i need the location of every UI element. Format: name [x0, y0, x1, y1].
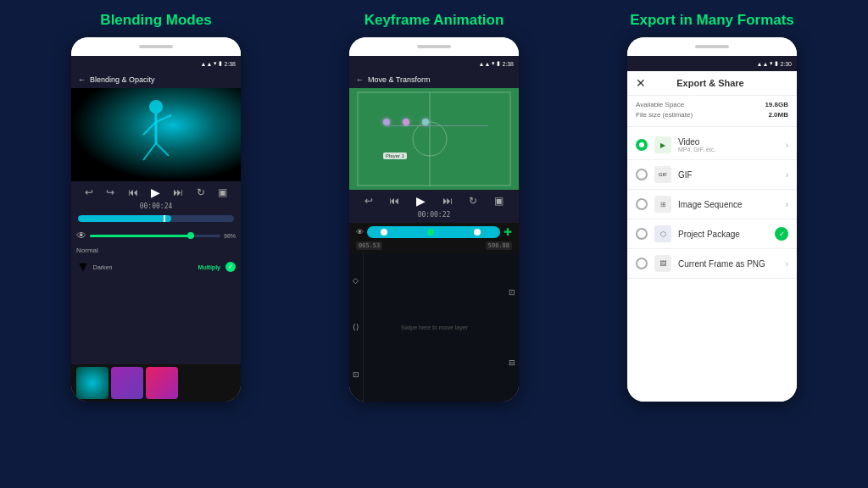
export-option-image-seq[interactable]: ⊞ Image Sequence ›: [627, 190, 797, 219]
kf-right-btn-2[interactable]: ⊟: [509, 358, 515, 367]
gif-format-name: GIF: [678, 170, 693, 180]
radio-frame-png[interactable]: [636, 258, 648, 269]
kf-marker-left: [381, 229, 387, 236]
radio-image-seq[interactable]: [636, 198, 648, 210]
kf-dot-2: [403, 119, 409, 125]
timecode-display: 00:00:24: [78, 202, 234, 210]
thumbnail-3[interactable]: [146, 367, 178, 399]
export-phone: ▲▲ ▾ ▮ 2:30 ✕ Export & Share Available S…: [627, 37, 797, 402]
phone-top-bar-1: [71, 37, 241, 56]
dancer-bg: [71, 88, 241, 181]
keyframe-playback-controls: ↩ ⏮ ▶ ⏭ ↻ ▣ 00:00:22: [349, 190, 519, 223]
available-space-value: 19.8GB: [765, 101, 788, 108]
video-format-name: Video: [678, 137, 715, 147]
export-option-frame-png[interactable]: 🖼 Current Frame as PNG ›: [627, 249, 797, 279]
phone-speaker-1: [139, 45, 173, 48]
kf-skip-back[interactable]: ⏮: [389, 195, 399, 207]
kf-swipe-hint-area: Swipe here to move layer: [364, 253, 505, 402]
status-icons-3: ▲▲ ▾ ▮ 2:30: [757, 60, 792, 67]
keyframe-section: Keyframe Animation ▲▲ ▾ ▮ 2:38 ← Move & …: [295, 8, 573, 402]
layer-name: Darken: [93, 264, 113, 270]
status-bar-2: ▲▲ ▾ ▮ 2:38: [349, 56, 519, 71]
redo-button[interactable]: ↪: [106, 186, 114, 198]
signal-icon: ▲▲: [201, 61, 213, 67]
play-button[interactable]: ▶: [151, 186, 160, 199]
kf-loop[interactable]: ↻: [469, 195, 477, 207]
blending-phone: ▲▲ ▾ ▮ 2:38 ← Blending & Opacity: [71, 37, 241, 402]
kf-skip-forward[interactable]: ⏭: [442, 195, 453, 207]
dancer-figure: [131, 97, 181, 173]
project-format-icon: ⬡: [654, 225, 671, 242]
export-option-video[interactable]: ▶ Video MP4, GIF, etc. ›: [627, 130, 797, 160]
radio-gif[interactable]: [636, 169, 648, 180]
project-format-info: Project Package: [678, 230, 740, 239]
layer-item: ▼ Darken Multiply ✓: [76, 258, 236, 276]
kf-add-button[interactable]: ✚: [504, 226, 512, 238]
back-arrow-icon-2[interactable]: ←: [356, 75, 364, 84]
kf-track[interactable]: [367, 226, 500, 238]
svg-line-3: [156, 115, 171, 122]
battery-icon-2: ▮: [497, 60, 500, 67]
kf-timeline-section: 👁 ✚ 065.53 596.88: [349, 223, 519, 253]
skip-back-button[interactable]: ⏮: [128, 186, 138, 198]
keyframe-phone: ▲▲ ▾ ▮ 2:38 ← Move & Transform: [349, 37, 519, 402]
svg-line-5: [156, 143, 169, 156]
opacity-icon: 👁: [76, 230, 86, 241]
skip-forward-button[interactable]: ⏭: [173, 186, 183, 198]
keyframe-video: Player 1: [349, 88, 519, 190]
kf-side-btn-2[interactable]: ⟨⟩: [353, 323, 359, 331]
kf-timecode-display: 00:00:22: [356, 211, 512, 219]
opacity-fill: [90, 235, 194, 237]
kf-dot-3: [422, 119, 429, 125]
export-option-gif[interactable]: GIF GIF ›: [627, 160, 797, 190]
playback-controls: ↩ ↪ ⏮ ▶ ⏭ ↻ ▣ 00:00:24: [71, 181, 241, 228]
export-section: Export in Many Formats ▲▲ ▾ ▮ 2:30 ✕ Exp…: [573, 8, 851, 402]
frame-png-format-icon: 🖼: [654, 255, 671, 272]
svg-line-4: [143, 143, 156, 160]
kf-time-right: 596.88: [486, 241, 512, 250]
thumbnail-1[interactable]: [76, 367, 108, 399]
thumbnails-row: [71, 364, 241, 402]
radio-dot-video: [639, 142, 644, 147]
kf-side-btn-3[interactable]: ⊡: [353, 370, 359, 379]
frame-png-format-name: Current Frame as PNG: [678, 259, 765, 269]
kf-side-btn-1[interactable]: ◇: [353, 276, 359, 285]
svg-line-2: [143, 122, 156, 135]
back-arrow-icon[interactable]: ←: [78, 75, 86, 84]
phone-speaker-2: [417, 45, 451, 48]
available-space-label: Available Space: [636, 101, 684, 108]
radio-project[interactable]: [636, 228, 648, 240]
export-option-project[interactable]: ⬡ Project Package ✓: [627, 219, 797, 249]
kf-undo-button[interactable]: ↩: [364, 195, 373, 207]
loop-button[interactable]: ↻: [197, 186, 205, 198]
export-title: Export in Many Formats: [630, 12, 794, 29]
undo-button[interactable]: ↩: [85, 186, 93, 198]
opacity-value: 98%: [224, 233, 236, 239]
kf-marker-mid: [427, 229, 434, 236]
status-bar-1: ▲▲ ▾ ▮ 2:38: [71, 56, 241, 71]
kf-right-btn-1[interactable]: ⊡: [509, 288, 515, 297]
keyframe-line: [387, 125, 488, 126]
export-close-button[interactable]: ✕: [636, 76, 646, 90]
image-seq-format-info: Image Sequence: [678, 200, 743, 209]
settings-button[interactable]: ▣: [218, 186, 227, 198]
export-content: ✕ Export & Share Available Space 19.8GB …: [627, 71, 797, 402]
frame-png-format-info: Current Frame as PNG: [678, 259, 765, 269]
radio-video[interactable]: [636, 139, 648, 151]
kf-play-button[interactable]: ▶: [416, 194, 426, 208]
frame-png-chevron-icon: ›: [786, 259, 788, 269]
phone-top-bar-2: [349, 37, 519, 56]
export-options: ▶ Video MP4, GIF, etc. › GIF GIF ›: [627, 127, 797, 402]
blending-content: ← Blending & Opacity ↩: [71, 71, 241, 402]
eye-icon: 👁: [356, 228, 364, 236]
thumbnail-2[interactable]: [111, 367, 143, 399]
opacity-track[interactable]: [90, 235, 220, 237]
export-topbar: ✕ Export & Share: [627, 71, 797, 96]
timeline-bar[interactable]: [78, 215, 234, 222]
export-dialog-title: Export & Share: [676, 78, 743, 88]
opacity-thumb: [187, 232, 194, 239]
svg-point-0: [149, 100, 163, 114]
kf-settings[interactable]: ▣: [494, 195, 504, 207]
layer-check: ✓: [225, 262, 236, 272]
video-format-icon: ▶: [654, 136, 671, 153]
